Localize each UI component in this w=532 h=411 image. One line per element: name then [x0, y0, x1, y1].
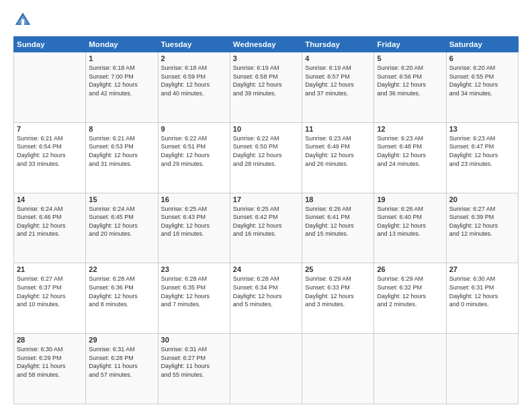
day-number: 15 — [89, 195, 154, 203]
day-number: 12 — [377, 125, 443, 133]
calendar-cell — [230, 334, 302, 404]
calendar-week-row: 28Sunrise: 6:30 AM Sunset: 6:29 PM Dayli… — [14, 334, 519, 404]
calendar-cell: 16Sunrise: 6:25 AM Sunset: 6:43 PM Dayli… — [158, 193, 230, 263]
day-number: 8 — [89, 125, 154, 133]
day-info: Sunrise: 6:25 AM Sunset: 6:43 PM Dayligh… — [161, 205, 227, 238]
calendar-cell: 1Sunrise: 6:18 AM Sunset: 7:00 PM Daylig… — [86, 52, 158, 123]
calendar-cell: 8Sunrise: 6:21 AM Sunset: 6:53 PM Daylig… — [86, 122, 158, 193]
svg-rect-2 — [21, 19, 24, 25]
calendar-cell: 18Sunrise: 6:26 AM Sunset: 6:41 PM Dayli… — [302, 193, 374, 263]
calendar-cell: 6Sunrise: 6:20 AM Sunset: 6:55 PM Daylig… — [446, 52, 518, 123]
day-info: Sunrise: 6:28 AM Sunset: 6:34 PM Dayligh… — [233, 275, 299, 308]
calendar-cell: 26Sunrise: 6:29 AM Sunset: 6:32 PM Dayli… — [374, 263, 446, 334]
day-info: Sunrise: 6:31 AM Sunset: 6:27 PM Dayligh… — [161, 345, 227, 379]
calendar-week-row: 7Sunrise: 6:21 AM Sunset: 6:54 PM Daylig… — [14, 122, 519, 193]
day-info: Sunrise: 6:27 AM Sunset: 6:37 PM Dayligh… — [17, 275, 83, 308]
day-number: 7 — [17, 125, 83, 133]
calendar-cell: 24Sunrise: 6:28 AM Sunset: 6:34 PM Dayli… — [230, 263, 302, 334]
day-info: Sunrise: 6:21 AM Sunset: 6:53 PM Dayligh… — [89, 134, 154, 168]
day-info: Sunrise: 6:23 AM Sunset: 6:47 PM Dayligh… — [449, 134, 515, 168]
day-number: 22 — [89, 265, 154, 273]
calendar-cell: 11Sunrise: 6:23 AM Sunset: 6:49 PM Dayli… — [302, 122, 374, 193]
calendar-cell: 15Sunrise: 6:24 AM Sunset: 6:45 PM Dayli… — [86, 193, 158, 263]
day-info: Sunrise: 6:24 AM Sunset: 6:45 PM Dayligh… — [89, 205, 154, 238]
calendar-cell: 7Sunrise: 6:21 AM Sunset: 6:54 PM Daylig… — [14, 122, 86, 193]
day-number: 14 — [17, 195, 83, 203]
weekday-header: Thursday — [302, 37, 374, 52]
calendar-cell: 14Sunrise: 6:24 AM Sunset: 6:46 PM Dayli… — [14, 193, 86, 263]
logo — [13, 11, 34, 30]
day-number: 10 — [233, 125, 299, 133]
calendar-week-row: 1Sunrise: 6:18 AM Sunset: 7:00 PM Daylig… — [14, 52, 519, 123]
day-info: Sunrise: 6:29 AM Sunset: 6:33 PM Dayligh… — [305, 275, 371, 308]
day-number: 20 — [449, 195, 515, 203]
calendar-table: SundayMondayTuesdayWednesdayThursdayFrid… — [13, 36, 519, 404]
calendar-cell — [374, 334, 446, 404]
day-number: 19 — [377, 195, 443, 203]
day-number: 23 — [161, 265, 227, 273]
calendar-cell: 5Sunrise: 6:20 AM Sunset: 6:56 PM Daylig… — [374, 52, 446, 123]
calendar-cell: 17Sunrise: 6:25 AM Sunset: 6:42 PM Dayli… — [230, 193, 302, 263]
day-info: Sunrise: 6:28 AM Sunset: 6:35 PM Dayligh… — [161, 275, 227, 308]
day-number: 30 — [161, 336, 227, 344]
day-number: 9 — [161, 125, 227, 133]
day-info: Sunrise: 6:30 AM Sunset: 6:31 PM Dayligh… — [449, 275, 515, 308]
calendar-cell — [302, 334, 374, 404]
weekday-header: Sunday — [14, 37, 86, 52]
day-info: Sunrise: 6:18 AM Sunset: 7:00 PM Dayligh… — [89, 64, 154, 97]
day-number: 5 — [377, 54, 443, 62]
day-number: 6 — [449, 54, 515, 62]
day-number: 3 — [233, 54, 299, 62]
day-number: 1 — [89, 54, 154, 62]
calendar-cell: 23Sunrise: 6:28 AM Sunset: 6:35 PM Dayli… — [158, 263, 230, 334]
day-number: 28 — [17, 336, 83, 344]
day-info: Sunrise: 6:22 AM Sunset: 6:50 PM Dayligh… — [233, 134, 299, 168]
day-info: Sunrise: 6:19 AM Sunset: 6:58 PM Dayligh… — [233, 64, 299, 97]
day-number: 21 — [17, 265, 83, 273]
weekday-header: Monday — [86, 37, 158, 52]
day-info: Sunrise: 6:26 AM Sunset: 6:40 PM Dayligh… — [377, 205, 443, 238]
calendar-cell — [446, 334, 518, 404]
day-number: 16 — [161, 195, 227, 203]
day-number: 13 — [449, 125, 515, 133]
day-info: Sunrise: 6:23 AM Sunset: 6:48 PM Dayligh… — [377, 134, 443, 168]
day-info: Sunrise: 6:22 AM Sunset: 6:51 PM Dayligh… — [161, 134, 227, 168]
calendar-cell: 20Sunrise: 6:27 AM Sunset: 6:39 PM Dayli… — [446, 193, 518, 263]
page: SundayMondayTuesdayWednesdayThursdayFrid… — [0, 0, 532, 411]
day-info: Sunrise: 6:25 AM Sunset: 6:42 PM Dayligh… — [233, 205, 299, 238]
header — [13, 11, 519, 30]
weekday-header: Friday — [374, 37, 446, 52]
calendar-cell: 4Sunrise: 6:19 AM Sunset: 6:57 PM Daylig… — [302, 52, 374, 123]
day-info: Sunrise: 6:29 AM Sunset: 6:32 PM Dayligh… — [377, 275, 443, 308]
calendar-cell — [14, 52, 86, 123]
day-info: Sunrise: 6:18 AM Sunset: 6:59 PM Dayligh… — [161, 64, 227, 97]
day-number: 4 — [305, 54, 371, 62]
calendar-cell: 10Sunrise: 6:22 AM Sunset: 6:50 PM Dayli… — [230, 122, 302, 193]
day-number: 11 — [305, 125, 371, 133]
day-number: 25 — [305, 265, 371, 273]
calendar-cell: 22Sunrise: 6:28 AM Sunset: 6:36 PM Dayli… — [86, 263, 158, 334]
weekday-header: Wednesday — [230, 37, 302, 52]
day-info: Sunrise: 6:21 AM Sunset: 6:54 PM Dayligh… — [17, 134, 83, 168]
day-number: 24 — [233, 265, 299, 273]
calendar-cell: 9Sunrise: 6:22 AM Sunset: 6:51 PM Daylig… — [158, 122, 230, 193]
weekday-header: Saturday — [446, 37, 518, 52]
day-number: 18 — [305, 195, 371, 203]
day-number: 29 — [89, 336, 154, 344]
calendar-cell: 21Sunrise: 6:27 AM Sunset: 6:37 PM Dayli… — [14, 263, 86, 334]
calendar-cell: 19Sunrise: 6:26 AM Sunset: 6:40 PM Dayli… — [374, 193, 446, 263]
logo-icon — [13, 11, 32, 30]
day-info: Sunrise: 6:20 AM Sunset: 6:55 PM Dayligh… — [449, 64, 515, 97]
day-info: Sunrise: 6:27 AM Sunset: 6:39 PM Dayligh… — [449, 205, 515, 238]
day-info: Sunrise: 6:20 AM Sunset: 6:56 PM Dayligh… — [377, 64, 443, 97]
calendar-cell: 29Sunrise: 6:31 AM Sunset: 6:28 PM Dayli… — [86, 334, 158, 404]
day-number: 2 — [161, 54, 227, 62]
calendar-cell: 2Sunrise: 6:18 AM Sunset: 6:59 PM Daylig… — [158, 52, 230, 123]
day-info: Sunrise: 6:19 AM Sunset: 6:57 PM Dayligh… — [305, 64, 371, 97]
calendar-cell: 30Sunrise: 6:31 AM Sunset: 6:27 PM Dayli… — [158, 334, 230, 404]
day-info: Sunrise: 6:31 AM Sunset: 6:28 PM Dayligh… — [89, 345, 154, 379]
day-info: Sunrise: 6:30 AM Sunset: 6:29 PM Dayligh… — [17, 345, 83, 379]
calendar-cell: 13Sunrise: 6:23 AM Sunset: 6:47 PM Dayli… — [446, 122, 518, 193]
day-info: Sunrise: 6:28 AM Sunset: 6:36 PM Dayligh… — [89, 275, 154, 308]
day-number: 27 — [449, 265, 515, 273]
